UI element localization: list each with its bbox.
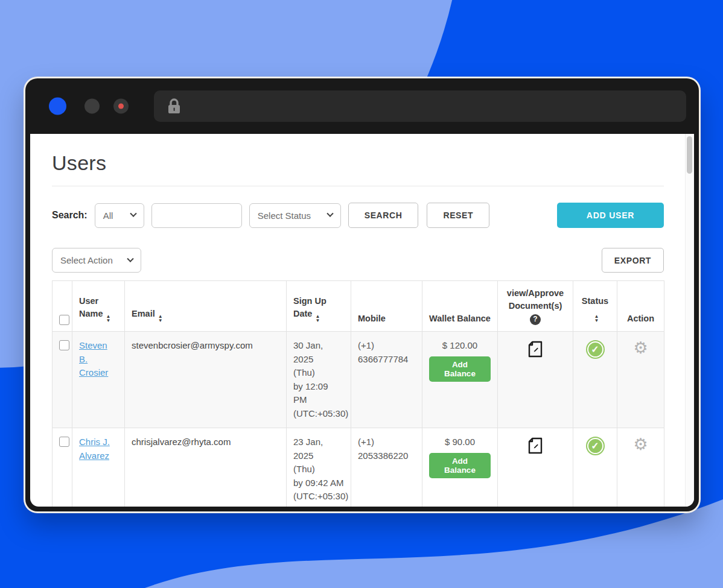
gear-icon[interactable]: ⚙	[633, 437, 648, 453]
document-edit-icon[interactable]	[527, 437, 544, 459]
search-input[interactable]	[151, 203, 242, 228]
table-header-row: User Name Email Sign Up Date Mobile Wall…	[53, 281, 664, 332]
window-button-red[interactable]	[113, 99, 129, 114]
document-edit-icon[interactable]	[527, 340, 544, 362]
search-field-select-value: All	[103, 210, 113, 221]
browser-window: Users Search: All Select Status SEARCH R…	[25, 78, 699, 511]
sort-icon[interactable]	[315, 317, 320, 325]
reset-button[interactable]: RESET	[427, 203, 489, 228]
user-name-link[interactable]: Chris J. Alvarez	[79, 437, 110, 461]
signup-date-cell: 23 Jan, 2025 (Thu) by 09:42 AM (UTC:+05:…	[287, 428, 351, 507]
header-action: Action	[617, 281, 664, 332]
email-cell: chrisjalvarez@rhyta.com	[125, 428, 287, 507]
browser-titlebar	[25, 78, 699, 134]
bulk-action-select-value: Select Action	[60, 255, 113, 265]
header-user-name[interactable]: User Name	[72, 281, 125, 332]
sort-icon[interactable]	[106, 317, 111, 325]
page-content: Users Search: All Select Status SEARCH R…	[30, 134, 694, 507]
search-label: Search:	[52, 210, 88, 221]
chevron-down-icon	[130, 210, 136, 217]
header-email[interactable]: Email	[125, 281, 287, 332]
status-select[interactable]: Select Status	[249, 203, 341, 228]
mobile-cell: (+1) 6366777784	[351, 332, 422, 428]
title-divider	[52, 186, 664, 186]
select-all-checkbox[interactable]	[59, 315, 69, 325]
export-button[interactable]: EXPORT	[602, 248, 664, 273]
window-button-blue[interactable]	[49, 98, 66, 115]
actions-toolbar: Select Action EXPORT	[52, 248, 664, 273]
wallet-cell: $ 120.00 Add Balance	[422, 332, 498, 428]
window-button-gray[interactable]	[84, 99, 100, 114]
status-active-icon[interactable]: ✓	[586, 340, 605, 359]
sort-icon[interactable]	[158, 317, 163, 325]
add-balance-button[interactable]: Add Balance	[429, 356, 491, 382]
action-cell: ⚙	[617, 428, 664, 507]
page-title: Users	[52, 150, 664, 176]
scrollbar-thumb[interactable]	[687, 136, 692, 174]
table-row: Steven B. Crosier stevenbcrosier@armyspy…	[53, 332, 664, 428]
documents-cell	[498, 332, 573, 428]
table-row: Chris J. Alvarez chrisjalvarez@rhyta.com…	[53, 428, 664, 507]
status-select-value: Select Status	[258, 210, 311, 221]
email-cell: stevenbcrosier@armyspy.com	[125, 332, 287, 428]
add-balance-button[interactable]: Add Balance	[429, 453, 491, 478]
search-field-select[interactable]: All	[95, 203, 144, 228]
row-checkbox[interactable]	[59, 340, 69, 350]
user-name-link[interactable]: Steven B. Crosier	[79, 340, 108, 378]
wallet-balance: $ 90.00	[429, 435, 491, 449]
help-icon[interactable]: ?	[530, 314, 541, 325]
header-wallet-balance: Wallet Balance	[422, 281, 498, 332]
row-checkbox[interactable]	[59, 437, 69, 447]
users-table: User Name Email Sign Up Date Mobile Wall…	[52, 280, 664, 507]
header-status[interactable]: Status	[573, 281, 617, 332]
chevron-down-icon	[127, 255, 133, 262]
search-toolbar: Search: All Select Status SEARCH RESET A…	[52, 203, 664, 228]
address-bar[interactable]	[154, 90, 686, 122]
gear-icon[interactable]: ⚙	[633, 340, 648, 356]
scrollbar-track[interactable]	[685, 134, 694, 507]
mobile-cell: (+1) 2053386220	[351, 428, 422, 507]
wallet-balance: $ 120.00	[429, 339, 491, 353]
signup-date-cell: 30 Jan, 2025 (Thu) by 12:09 PM (UTC:+05:…	[287, 332, 351, 428]
lock-icon	[167, 98, 181, 115]
search-button[interactable]: SEARCH	[348, 203, 419, 228]
status-cell: ✓	[573, 428, 617, 507]
wallet-cell: $ 90.00 Add Balance	[422, 428, 498, 507]
add-user-button[interactable]: ADD USER	[557, 203, 664, 228]
header-signup-date[interactable]: Sign Up Date	[287, 281, 351, 332]
sort-icon[interactable]	[594, 317, 599, 325]
chevron-down-icon	[326, 210, 333, 217]
status-active-icon[interactable]: ✓	[586, 437, 605, 455]
header-mobile: Mobile	[351, 281, 422, 332]
documents-cell	[498, 428, 573, 507]
status-cell: ✓	[573, 332, 617, 428]
action-cell: ⚙	[617, 332, 664, 428]
bulk-action-select[interactable]: Select Action	[52, 248, 141, 273]
header-documents: view/Approve Document(s)?	[498, 281, 573, 332]
